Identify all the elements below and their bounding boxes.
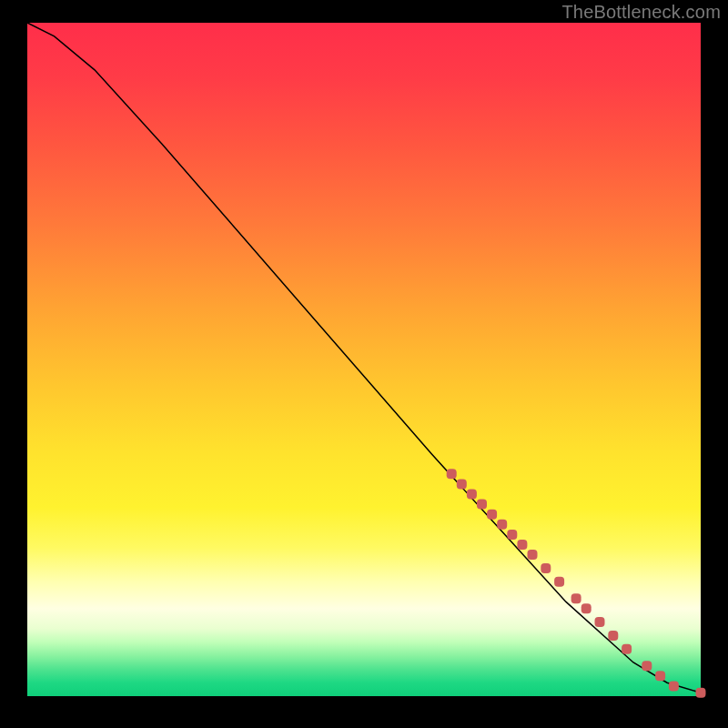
highlight-point bbox=[507, 530, 517, 540]
highlight-point bbox=[608, 631, 618, 641]
highlight-point bbox=[467, 490, 477, 500]
highlight-point bbox=[447, 469, 457, 479]
highlight-point bbox=[487, 510, 497, 520]
highlight-point bbox=[457, 479, 467, 489]
highlight-point bbox=[541, 563, 551, 573]
attribution-text: TheBottleneck.com bbox=[561, 2, 721, 23]
highlight-point bbox=[595, 617, 605, 627]
highlight-point bbox=[528, 550, 538, 560]
highlight-point bbox=[696, 688, 706, 698]
highlight-point bbox=[655, 671, 665, 681]
highlight-point bbox=[497, 520, 507, 530]
highlight-points-group bbox=[447, 469, 706, 698]
highlight-point bbox=[642, 661, 652, 671]
highlight-point bbox=[554, 577, 564, 587]
chart-container: TheBottleneck.com bbox=[0, 0, 728, 728]
curve-svg bbox=[27, 23, 701, 696]
highlight-point bbox=[622, 644, 632, 654]
highlight-point bbox=[669, 681, 679, 691]
highlight-point bbox=[517, 540, 527, 550]
highlight-point bbox=[571, 593, 581, 603]
highlight-point bbox=[477, 500, 487, 510]
highlight-point bbox=[581, 603, 592, 613]
plot-area bbox=[27, 23, 701, 696]
bottleneck-curve-line bbox=[27, 23, 701, 693]
